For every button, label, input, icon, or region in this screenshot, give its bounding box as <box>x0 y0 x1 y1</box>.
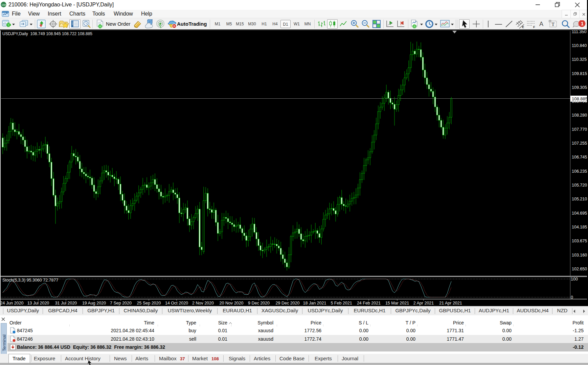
svg-text:29 Dec 2020: 29 Dec 2020 <box>276 301 300 306</box>
svg-text:106.235: 106.235 <box>572 169 587 174</box>
svg-text:5 Feb 2021: 5 Feb 2021 <box>331 301 352 306</box>
svg-text:24 Jun 2020: 24 Jun 2020 <box>0 301 24 306</box>
svg-text:2 Apr 2021: 2 Apr 2021 <box>413 301 434 306</box>
svg-text:18 Jan 2021: 18 Jan 2021 <box>303 301 326 306</box>
svg-text:24 Feb 2021: 24 Feb 2021 <box>357 301 381 306</box>
svg-text:21 Apr 2021: 21 Apr 2021 <box>439 301 462 306</box>
svg-text:2 Nov 2020: 2 Nov 2020 <box>192 301 214 306</box>
svg-text:E: E <box>522 25 524 29</box>
svg-text:19 Aug 2020: 19 Aug 2020 <box>82 301 106 306</box>
svg-text:103.675: 103.675 <box>572 239 587 243</box>
svg-text:100: 100 <box>571 277 578 282</box>
svg-text:1: 1 <box>581 21 584 26</box>
svg-text:111.350: 111.350 <box>572 30 586 34</box>
svg-text:T: T <box>551 22 555 27</box>
svg-text:25 Sep 2020: 25 Sep 2020 <box>137 301 161 306</box>
svg-text:106.745: 106.745 <box>572 155 587 160</box>
svg-text:109.305: 109.305 <box>572 85 587 90</box>
svg-text:108.280: 108.280 <box>572 113 587 118</box>
svg-text:105.210: 105.210 <box>572 197 587 201</box>
svg-text:13 Jul 2020: 13 Jul 2020 <box>27 301 49 306</box>
svg-text:102.650: 102.650 <box>572 267 587 271</box>
svg-text:7 Sep 2020: 7 Sep 2020 <box>110 301 132 306</box>
svg-text:104.185: 104.185 <box>572 225 587 229</box>
svg-text:20 Nov 2020: 20 Nov 2020 <box>220 301 244 306</box>
svg-text:Stoch(5,3,3) 95.3060 72.7877: Stoch(5,3,3) 95.3060 72.7877 <box>2 278 58 283</box>
svg-text:31 Jul 2020: 31 Jul 2020 <box>55 301 77 306</box>
svg-text:USDJPY,Daily 108.749 108.945: USDJPY,Daily 108.749 108.945 108.722 108… <box>2 31 92 36</box>
svg-text:F: F <box>533 25 535 29</box>
svg-text:14 Oct 2020: 14 Oct 2020 <box>165 301 188 306</box>
svg-text:103.160: 103.160 <box>572 253 587 258</box>
svg-text:GMI: GMI <box>2 4 6 6</box>
svg-text:15 Mar 2021: 15 Mar 2021 <box>385 301 409 306</box>
svg-text:107.770: 107.770 <box>572 127 587 132</box>
svg-text:104.695: 104.695 <box>572 211 587 216</box>
svg-text:9 Dec 2020: 9 Dec 2020 <box>248 301 270 306</box>
svg-text:105.720: 105.720 <box>572 183 587 188</box>
svg-text:109.815: 109.815 <box>572 71 587 76</box>
svg-text:107.255: 107.255 <box>572 141 587 146</box>
svg-text:108.885: 108.885 <box>572 96 588 101</box>
svg-text:110.325: 110.325 <box>572 57 587 62</box>
